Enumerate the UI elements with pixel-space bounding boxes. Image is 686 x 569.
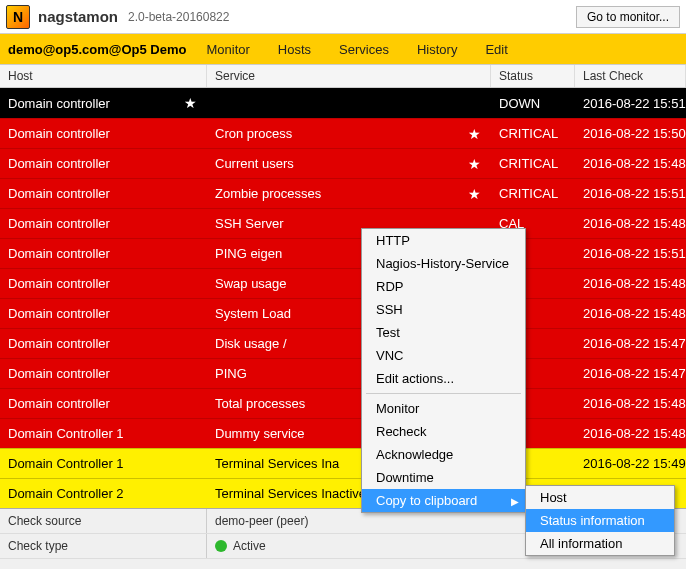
context-submenu: Host Status information All information [525,485,675,556]
cell-last-check: 2016-08-22 15:48:03 [575,209,686,238]
cell-last-check: 2016-08-22 15:51:20 [575,179,686,208]
table-row[interactable]: Domain controllerSystem LoadCAL2016-08-2… [0,298,686,328]
cell-last-check: 2016-08-22 15:48:08 [575,389,686,418]
sub-all-information[interactable]: All information [526,532,674,555]
cell-host: Domain controller [0,179,207,208]
host-text: Domain controller [8,396,110,411]
cell-host: Domain controller [0,209,207,238]
menu-monitor[interactable]: Monitor [207,42,250,57]
cell-host: Domain controller [0,359,207,388]
cell-service: Cron process★ [207,119,491,148]
col-host[interactable]: Host [0,65,207,87]
cell-host: Domain controller [0,149,207,178]
cell-host: Domain controller [0,299,207,328]
detail-check-source-label: Check source [0,509,207,533]
service-text: Zombie processes [215,186,321,201]
host-text: Domain controller [8,96,110,111]
table-row[interactable]: Domain controllerSSH ServerCAL2016-08-22… [0,208,686,238]
menu-hosts[interactable]: Hosts [278,42,311,57]
sub-status-information[interactable]: Status information [526,509,674,532]
sub-host[interactable]: Host [526,486,674,509]
menu-edit[interactable]: Edit [485,42,507,57]
ctx-nagios-history[interactable]: Nagios-History-Service [362,252,525,275]
col-status[interactable]: Status [491,65,575,87]
table-row[interactable]: Domain Controller 1Dummy serviceCAL2016-… [0,418,686,448]
table-row[interactable]: Domain controller★DOWN2016-08-22 15:51:2… [0,88,686,118]
star-icon: ★ [184,95,197,111]
cell-host: Domain Controller 2 [0,479,207,508]
host-text: Domain controller [8,306,110,321]
cell-last-check: 2016-08-22 15:48:46 [575,419,686,448]
detail-check-source-value: demo-peer (peer) [207,514,316,528]
cell-host: Domain controller★ [0,88,207,118]
cell-status: CRITICAL [491,179,575,208]
service-text: SSH Server [215,216,284,231]
ctx-monitor[interactable]: Monitor [362,397,525,420]
ctx-separator [366,393,521,394]
ctx-copy-to-clipboard[interactable]: Copy to clipboard ▶ [362,489,525,512]
table-row[interactable]: Domain controllerTotal processesCAL2016-… [0,388,686,418]
cell-host: Domain controller [0,269,207,298]
host-text: Domain controller [8,276,110,291]
cell-service: Current users★ [207,149,491,178]
ctx-http[interactable]: HTTP [362,229,525,252]
cell-status: CRITICAL [491,119,575,148]
cell-last-check: 2016-08-22 15:48:23 [575,299,686,328]
ctx-ssh[interactable]: SSH [362,298,525,321]
table-row[interactable]: Domain controllerSwap usageCAL2016-08-22… [0,268,686,298]
table-row[interactable]: Domain controllerPING eigenCAL2016-08-22… [0,238,686,268]
ctx-recheck[interactable]: Recheck [362,420,525,443]
cell-last-check: 2016-08-22 15:47:48 [575,359,686,388]
ctx-rdp[interactable]: RDP [362,275,525,298]
table-row[interactable]: Domain controllerPINGCAL2016-08-22 15:47… [0,358,686,388]
cell-service: Zombie processes★ [207,179,491,208]
cell-last-check: 2016-08-22 15:51:04 [575,239,686,268]
ctx-vnc[interactable]: VNC [362,344,525,367]
ctx-edit-actions[interactable]: Edit actions... [362,367,525,390]
context-menu: HTTP Nagios-History-Service RDP SSH Test… [361,228,526,513]
server-label[interactable]: demo@op5.com@Op5 Demo [8,42,187,57]
go-to-monitor-button[interactable]: Go to monitor... [576,6,680,28]
active-status-icon [215,540,227,552]
host-text: Domain controller [8,216,110,231]
cell-host: Domain controller [0,389,207,418]
col-service[interactable]: Service [207,65,491,87]
cell-status: DOWN [491,88,575,118]
table-row[interactable]: Domain controllerCron process★CRITICAL20… [0,118,686,148]
col-last-check[interactable]: Last Check [575,65,686,87]
host-text: Domain Controller 1 [8,426,124,441]
cell-last-check: 2016-08-22 15:47:56 [575,329,686,358]
menu-bar: demo@op5.com@Op5 Demo Monitor Hosts Serv… [0,34,686,64]
app-name: nagstamon [38,8,118,25]
submenu-arrow-icon: ▶ [511,495,519,506]
service-text: PING [215,366,247,381]
cell-host: Domain controller [0,239,207,268]
service-text: PING eigen [215,246,282,261]
star-icon: ★ [468,186,481,202]
ctx-downtime[interactable]: Downtime [362,466,525,489]
service-text: Total processes [215,396,305,411]
cell-last-check: 2016-08-22 15:48:23 [575,149,686,178]
host-text: Domain controller [8,366,110,381]
service-text: Swap usage [215,276,287,291]
service-text: Current users [215,156,294,171]
service-text: Cron process [215,126,292,141]
cell-last-check: 2016-08-22 15:49:58 [575,449,686,478]
table-row[interactable]: Domain controllerCurrent users★CRITICAL2… [0,148,686,178]
table-row[interactable]: Domain Controller 1Terminal Services Ina… [0,448,686,478]
menu-history[interactable]: History [417,42,457,57]
app-version: 2.0-beta-20160822 [128,10,229,24]
star-icon: ★ [468,156,481,172]
menu-services[interactable]: Services [339,42,389,57]
cell-host: Domain controller [0,119,207,148]
service-text: Dummy service [215,426,305,441]
host-text: Domain controller [8,156,110,171]
detail-check-type-value: Active [207,539,274,553]
cell-last-check: 2016-08-22 15:51:23 [575,88,686,118]
host-text: Domain controller [8,126,110,141]
table-row[interactable]: Domain controllerDisk usage /CAL2016-08-… [0,328,686,358]
ctx-test[interactable]: Test [362,321,525,344]
detail-check-type-text: Active [233,539,266,553]
ctx-acknowledge[interactable]: Acknowledge [362,443,525,466]
table-row[interactable]: Domain controllerZombie processes★CRITIC… [0,178,686,208]
